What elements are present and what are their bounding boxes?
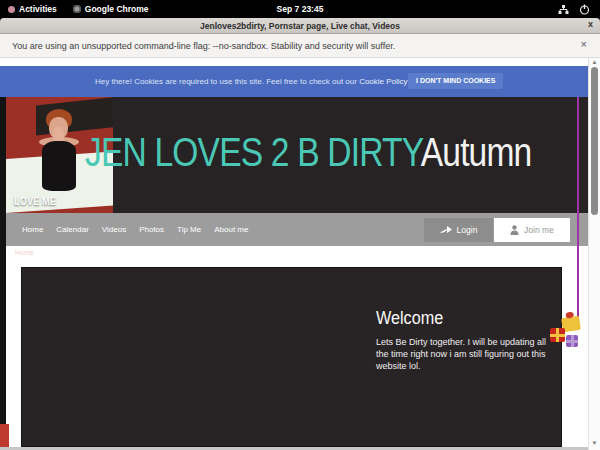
gift-ribbon-line: [577, 97, 579, 330]
cookie-text-prefix: Hey there! Cookies are required to use t…: [95, 77, 359, 86]
desktop-red-fragment: [0, 424, 9, 447]
nav-item-home[interactable]: Home: [22, 225, 43, 234]
infobar-message: You are using an unsupported command-lin…: [12, 41, 395, 51]
browser-scrollbar[interactable]: ▲ ▼: [588, 58, 600, 450]
chrome-icon: [73, 5, 81, 13]
nav-item-photos[interactable]: Photos: [139, 225, 164, 234]
login-label: Login: [457, 225, 478, 235]
content-area: Home Welcome Lets Be Dirty together. I w…: [6, 246, 588, 447]
join-button[interactable]: Join me: [494, 218, 570, 242]
activities-label: Activities: [19, 4, 57, 14]
cookie-text: Hey there! Cookies are required to use t…: [95, 77, 451, 86]
activities-button[interactable]: Activities: [0, 0, 65, 18]
desktop-top-bar: Activities Google Chrome Sep 7 23:45: [0, 0, 600, 18]
window-title-bar: Jenloves2bdirty, Pornstar page, Live cha…: [0, 18, 600, 34]
nav-item-tipme[interactable]: Tip Me: [177, 225, 201, 234]
page-top-margin: [0, 58, 588, 66]
gift-red-icon: [550, 328, 565, 342]
scrollbar-down-icon[interactable]: ▼: [589, 440, 600, 446]
infobar-close-icon[interactable]: ×: [581, 38, 587, 50]
welcome-panel: Welcome Lets Be Dirty together. I will b…: [21, 267, 562, 447]
photo-caption: LOVE ME: [14, 195, 56, 207]
window-title: Jenloves2bdirty, Pornstar page, Live cha…: [200, 21, 400, 31]
main-nav: Home Calendar Videos Photos Tip Me About…: [6, 213, 588, 246]
welcome-heading: Welcome: [376, 308, 443, 329]
breadcrumb[interactable]: Home: [15, 249, 34, 256]
nav-item-aboutme[interactable]: About me: [214, 225, 248, 234]
welcome-body: Lets Be Dirty together. I will be updati…: [376, 336, 551, 372]
nav-item-calendar[interactable]: Calendar: [56, 225, 88, 234]
hero-title: JEN LOVES 2 B DIRTYAutumn: [85, 130, 531, 175]
scrollbar-up-icon[interactable]: ▲: [589, 59, 600, 65]
gift-widget[interactable]: [550, 315, 588, 353]
login-arrow-icon: [440, 226, 452, 235]
join-label: Join me: [524, 225, 554, 235]
chrome-infobar: You are using an unsupported command-lin…: [0, 34, 600, 58]
window-close-icon[interactable]: x: [588, 19, 593, 29]
scrollbar-thumb[interactable]: [591, 67, 598, 215]
nav-item-videos[interactable]: Videos: [102, 225, 126, 234]
network-icon[interactable]: [558, 4, 569, 15]
photo-model-corset: [42, 141, 76, 191]
focused-app-menu[interactable]: Google Chrome: [65, 0, 157, 18]
cookie-accept-button[interactable]: I DON'T MIND COOKIES: [408, 73, 503, 89]
person-icon: [510, 225, 519, 235]
power-icon[interactable]: [579, 4, 590, 15]
cookie-policy-link[interactable]: Cookie Policy: [359, 77, 407, 86]
gift-purple-icon: [566, 335, 578, 347]
activities-icon: [8, 6, 15, 13]
hero-title-highlight: JEN LOVES 2 B DIRTY: [85, 130, 421, 174]
hero-title-rest: Autumn: [421, 130, 532, 174]
app-label: Google Chrome: [85, 4, 149, 14]
login-button[interactable]: Login: [424, 218, 493, 242]
hero-banner: LOVE ME JEN LOVES 2 B DIRTYAutumn: [6, 97, 588, 213]
cookie-consent-bar: Hey there! Cookies are required to use t…: [0, 66, 588, 97]
